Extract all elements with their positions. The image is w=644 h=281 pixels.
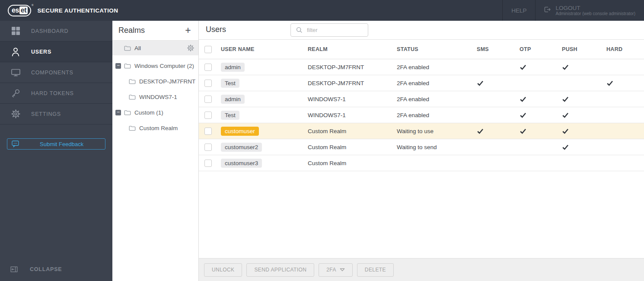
realm-item-desktop-jm7frnt[interactable]: DESKTOP-JM7FRNT — [112, 73, 198, 89]
push-cell — [562, 64, 606, 70]
otp-cell — [520, 64, 562, 70]
row-checkbox[interactable] — [204, 96, 212, 103]
row-checkbox[interactable] — [204, 112, 212, 119]
table-row[interactable]: adminWINDOWS7-12FA enabled — [199, 91, 644, 107]
username-badge: Test — [221, 111, 239, 120]
column-header-otp: OTP — [520, 46, 562, 52]
realm-item-windows7-1[interactable]: WINDOWS7-1 — [112, 89, 198, 105]
otp-cell — [520, 128, 562, 134]
sidebar-item-label: COMPONENTS — [31, 70, 73, 76]
realm-item-all[interactable]: All — [112, 41, 198, 55]
realm-item-windows-computer[interactable]: −Windows Computer (2) — [112, 58, 198, 73]
table-row[interactable]: adminDESKTOP-JM7FRNT2FA enabled — [199, 59, 644, 75]
username-cell: admin — [221, 63, 308, 72]
otp-cell — [520, 80, 562, 86]
sidebar-item-settings[interactable]: SETTINGS — [0, 104, 112, 125]
user-icon — [10, 47, 21, 57]
2fa-button[interactable]: 2FA — [319, 263, 353, 277]
table-row[interactable]: customuser3Custom Realm — [199, 155, 644, 171]
hard-cell — [606, 128, 644, 134]
users-table-header: USER NAMEREALMSTATUSSMSOTPPUSHHARD — [199, 40, 644, 59]
status-cell: Waiting to use — [397, 128, 477, 134]
hard-cell — [606, 112, 644, 118]
help-button[interactable]: HELP — [502, 0, 536, 21]
collapse-toggle-icon[interactable]: − — [115, 110, 121, 115]
collapse-label: COLLAPSE — [30, 266, 62, 272]
sms-cell — [477, 112, 520, 118]
sidebar-item-users[interactable]: USERS — [0, 42, 112, 62]
logout-button[interactable]: LOGOUT Administrator (web console admini… — [536, 0, 644, 21]
sidebar-nav: DASHBOARDUSERSCOMPONENTSHARD TOKENSSETTI… — [0, 21, 112, 125]
otp-cell — [520, 144, 562, 150]
realm-item-custom-realm[interactable]: Custom Realm — [112, 120, 198, 136]
add-realm-button[interactable]: + — [183, 25, 193, 35]
filter-input[interactable] — [307, 27, 363, 33]
push-cell — [562, 112, 606, 118]
checkmark-icon — [520, 64, 562, 70]
unlock-button[interactable]: UNLOCK — [204, 263, 242, 277]
collapse-toggle-icon[interactable]: − — [115, 63, 121, 69]
row-checkbox[interactable] — [204, 128, 212, 135]
select-all-checkbox[interactable] — [204, 46, 212, 53]
button-label: UNLOCK — [212, 267, 234, 273]
sidebar-item-label: DASHBOARD — [31, 28, 68, 34]
send-application-button[interactable]: SEND APPLICATION — [246, 263, 314, 277]
folder-icon — [129, 125, 136, 131]
push-cell — [562, 80, 606, 86]
row-checkbox[interactable] — [204, 64, 212, 71]
table-row[interactable]: customuserCustom RealmWaiting to use — [199, 123, 644, 139]
sidebar-item-dashboard[interactable]: DASHBOARD — [0, 21, 112, 42]
logout-icon — [543, 6, 551, 15]
otp-cell — [520, 96, 562, 102]
realms-header: Realms + — [112, 21, 198, 41]
sidebar-item-label: USERS — [31, 49, 51, 55]
table-row[interactable]: customuser2Custom RealmWaiting to send — [199, 139, 644, 155]
username-cell: Test — [221, 79, 308, 88]
realm-cell: Custom Realm — [308, 144, 397, 150]
checkmark-icon — [520, 96, 562, 102]
help-label: HELP — [511, 7, 526, 14]
hard-cell — [606, 64, 644, 70]
checkmark-icon — [562, 112, 606, 118]
table-row[interactable]: TestWINDOWS7-12FA enabled — [199, 107, 644, 123]
realm-label: Windows Computer (2) — [134, 63, 194, 69]
sms-cell — [477, 144, 520, 150]
row-checkbox[interactable] — [204, 144, 212, 151]
folder-icon — [124, 110, 131, 115]
realm-label: DESKTOP-JM7FRNT — [139, 78, 195, 85]
realm-label: Custom (1) — [134, 109, 163, 116]
realm-item-custom[interactable]: −Custom (1) — [112, 105, 198, 120]
status-cell: 2FA enabled — [397, 96, 477, 102]
row-checkbox[interactable] — [204, 80, 212, 87]
realm-label: Custom Realm — [139, 125, 178, 131]
checkmark-icon — [562, 144, 606, 150]
delete-button[interactable]: DELETE — [357, 263, 394, 277]
hard-cell — [606, 160, 644, 166]
realm-settings-gear-icon[interactable] — [187, 45, 194, 51]
username-badge: customuser2 — [221, 143, 262, 152]
checkmark-icon — [562, 128, 606, 134]
table-row[interactable]: TestDESKTOP-JM7FRNT2FA enabled — [199, 75, 644, 91]
collapse-button[interactable]: COLLAPSE — [10, 266, 62, 272]
topbar-actions: HELP LOGOUT Administrator (web console a… — [502, 0, 644, 21]
users-panel: Users USER NAMEREALMSTATUSSMSOTPPUSHHARD… — [199, 21, 644, 281]
sidebar: DASHBOARDUSERSCOMPONENTSHARD TOKENSSETTI… — [0, 21, 112, 281]
sidebar-item-components[interactable]: COMPONENTS — [0, 62, 112, 83]
folder-icon — [124, 63, 131, 69]
username-cell: Test — [221, 111, 308, 120]
status-cell: 2FA enabled — [397, 64, 477, 70]
username-cell: admin — [221, 95, 308, 104]
realm-cell: Custom Realm — [308, 128, 397, 134]
username-badge: admin — [221, 63, 245, 72]
sidebar-item-hard-tokens[interactable]: HARD TOKENS — [0, 83, 112, 104]
users-title: Users — [206, 25, 226, 34]
button-label: 2FA — [326, 267, 336, 273]
realm-cell: DESKTOP-JM7FRNT — [308, 80, 397, 86]
row-checkbox[interactable] — [204, 160, 212, 167]
otp-cell — [520, 112, 562, 118]
eset-logo: es et ® — [8, 5, 33, 16]
status-cell: 2FA enabled — [397, 112, 477, 118]
collapse-icon — [10, 266, 18, 272]
submit-feedback-button[interactable]: Submit Feedback — [7, 138, 105, 150]
sms-cell — [477, 64, 520, 70]
